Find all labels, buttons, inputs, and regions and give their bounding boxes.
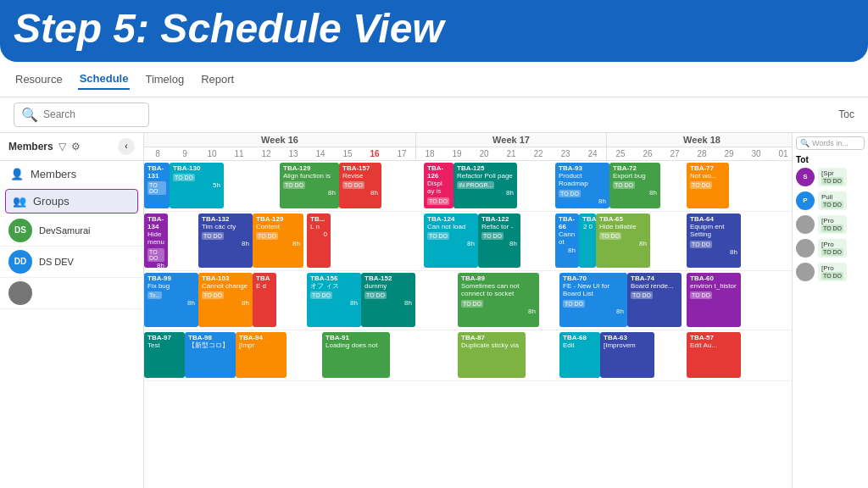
right-card-0[interactable]: [Spr TO DO: [818, 168, 847, 186]
task-TBA-126[interactable]: TBA-126 Displ ay is TO DO: [424, 163, 453, 208]
task-TBA-132[interactable]: TBA-132 Tim các cty TO DO 8h: [198, 214, 253, 268]
task-TBA-65[interactable]: TBA-65 Hide billable TO DO 8h: [596, 214, 650, 268]
day-26: 26: [634, 147, 661, 160]
right-panel: 🔍 Words in... Tot S [Spr TO DO P Pull TO…: [792, 133, 868, 488]
task-TBA-125[interactable]: TBA-125 Refactor Poll page IN PROGR... 8…: [453, 163, 517, 208]
week-18-label: Week 18: [607, 133, 792, 147]
right-panel-search[interactable]: 🔍 Words in...: [796, 136, 865, 150]
task-TBA-124[interactable]: TBA-124 Can not load TO DO 8h: [424, 214, 478, 268]
sidebar-item-members[interactable]: 👤 Members: [0, 161, 143, 187]
day-19: 19: [443, 147, 470, 160]
tab-schedule[interactable]: Schedule: [78, 69, 131, 90]
avatar-user3: [8, 281, 32, 305]
task-TBA-129[interactable]: TBA-129 Align function is TO DO 8h: [280, 163, 339, 208]
right-card-status-1: TO DO: [821, 201, 843, 208]
task-TBA-98[interactable]: TBA-98 【新型コロ】: [185, 332, 236, 378]
task-TBA-77[interactable]: TBA-77 Not wo... TO DO: [687, 163, 729, 208]
task-TBA-130[interactable]: TBA-130 TO DO 5h: [170, 163, 224, 208]
task-TBA-99[interactable]: TBA-99 Fix bug To... 8h: [144, 273, 198, 327]
task-TBA-131[interactable]: TBA-131 TO DO: [144, 163, 170, 208]
right-avatar-3: [796, 239, 815, 258]
toc-button[interactable]: Toc: [838, 108, 854, 120]
sidebar-title: Members: [8, 141, 53, 152]
task-TBA-60[interactable]: TBA-60 environ t_histor TO DO: [687, 273, 741, 327]
right-panel-item-3: [Pro TO DO: [796, 239, 865, 258]
groups-label: Groups: [33, 195, 70, 208]
right-card-2[interactable]: [Pro TO DO: [818, 215, 847, 234]
avatar-dsdev: DD: [8, 250, 32, 274]
task-TBA-66[interactable]: TBA-66 Cann ot 8h: [555, 214, 579, 268]
toolbar: 🔍 Toc: [0, 97, 868, 133]
right-panel-item-0: S [Spr TO DO: [796, 168, 865, 186]
collapse-button[interactable]: ‹: [118, 138, 135, 155]
task-TBA-74[interactable]: TBA-74 Board rende... TO DO: [627, 273, 682, 327]
task-TBA-72[interactable]: TBA-72 Export bug TO DO 8h: [609, 163, 660, 208]
left-sidebar: Members ▽ ⚙ ‹ 👤 Members 👥 Groups DS DevS…: [0, 133, 144, 488]
week-18-days: 25 26 27 28 29 30 01: [607, 147, 792, 160]
task-TBA-152[interactable]: TBA-152 dummy TO DO 8h: [361, 273, 415, 327]
search-box[interactable]: 🔍: [14, 103, 149, 127]
right-card-label-4: [Pro: [821, 264, 843, 272]
sidebar-header: Members ▽ ⚙ ‹: [0, 133, 143, 161]
calendar-body: TBA-131 TO DO TBA-130 TO DO 5h TBA-129 A…: [144, 161, 792, 381]
day-13: 13: [280, 147, 307, 160]
calendar-area[interactable]: Week 16 8 9 10 11 12 13 14 15 16 17 Week…: [144, 133, 792, 488]
task-TBA-129b[interactable]: TBA-129 Content TO DO 8h: [253, 214, 303, 268]
task-TBA-91[interactable]: TBA-91 Loading does not: [322, 332, 390, 378]
main-layout: Members ▽ ⚙ ‹ 👤 Members 👥 Groups DS DevS…: [0, 133, 868, 488]
task-TBA-68[interactable]: TBA-68 Edit: [559, 332, 600, 378]
right-card-status-4: TO DO: [821, 272, 843, 280]
task-TBA-156[interactable]: TBA-156 オフ ィス TO DO 8h: [307, 273, 361, 327]
tab-resource[interactable]: Resource: [14, 69, 64, 89]
day-01: 01: [770, 147, 792, 160]
search-input[interactable]: [43, 108, 145, 120]
right-search-placeholder: Words in...: [812, 139, 849, 147]
week-16-days: 8 9 10 11 12 13 14 15 16 17: [144, 147, 415, 160]
settings-icon[interactable]: ⚙: [71, 141, 81, 152]
week-17-label: Week 17: [416, 133, 606, 147]
task-TBA-93[interactable]: TBA-93 Product Roadmap TO DO 8h: [555, 163, 609, 208]
day-30: 30: [743, 147, 770, 160]
member-label-dsdev: DS DEV: [39, 257, 74, 267]
member-row-dsdev: DD DS DEV: [0, 247, 143, 278]
tab-timelog[interactable]: Timelog: [143, 69, 186, 89]
members-label: Members: [31, 168, 76, 180]
tab-report[interactable]: Report: [199, 69, 236, 89]
member-row-devsamurai: DS DevSamurai: [0, 215, 143, 247]
right-avatar-2: [796, 215, 815, 234]
task-TBA-63[interactable]: TBA-63 [Improvem: [600, 332, 654, 378]
calendar-row-dsdev: TBA-99 Fix bug To... 8h TBA-103 Cannot c…: [144, 271, 792, 330]
task-TBA-87[interactable]: TBA-87 Duplicate sticky via: [458, 332, 526, 378]
calendar-row-4: TBA-97 Test TBA-98 【新型コロ】 TBA-94 [Impr T…: [144, 330, 792, 381]
right-card-3[interactable]: [Pro TO DO: [818, 239, 847, 258]
day-27: 27: [661, 147, 688, 160]
task-TBA-122[interactable]: TBA-122 Refac tor - TO DO 8h: [478, 214, 520, 268]
task-TBA-sm[interactable]: TB... L n 0: [307, 214, 331, 268]
right-card-label-0: [Spr: [821, 169, 843, 177]
right-panel-title: Tot: [796, 155, 865, 164]
right-card-status-2: TO DO: [821, 225, 843, 232]
task-TBA-64[interactable]: TBA-64 Equipm ent Setting TO DO 8h: [687, 214, 741, 268]
nav-bar: Resource Schedule Timelog Report: [0, 62, 868, 97]
task-TBA-70[interactable]: TBA-70 FE - New UI for Board List TO DO …: [559, 273, 627, 327]
right-card-4[interactable]: [Pro TO DO: [818, 263, 847, 281]
task-TBA-103[interactable]: TBA-103 Cannot change TO DO 8h: [198, 273, 253, 327]
sidebar-item-groups[interactable]: 👥 Groups: [5, 189, 138, 214]
task-TBA-89[interactable]: TBA-89 Sometimes can not connect to sock…: [458, 273, 539, 327]
day-17: 17: [388, 147, 415, 160]
task-TBA-94[interactable]: TBA-94 [Impr: [236, 332, 287, 378]
right-card-1[interactable]: Pull TO DO: [818, 191, 847, 210]
task-TBA-tb[interactable]: TBA E d: [253, 273, 276, 327]
day-16: 16: [361, 147, 388, 160]
day-14: 14: [307, 147, 334, 160]
task-TBA-157[interactable]: TBA-157 Revise TO DO 8h: [339, 163, 381, 208]
filter-icon[interactable]: ▽: [58, 141, 66, 152]
task-TBA-sm2[interactable]: TBA 2 0: [579, 214, 596, 268]
task-TBA-97[interactable]: TBA-97 Test: [144, 332, 185, 378]
right-card-status-3: TO DO: [821, 248, 843, 256]
task-TBA-57[interactable]: TBA-57 Edit Au...: [687, 332, 741, 378]
page-title: Step 5: Schedule View: [14, 7, 854, 52]
task-TBA-134[interactable]: TBA-134 Hide menu TO DO 8h: [144, 214, 168, 268]
day-21: 21: [498, 147, 525, 160]
search-icon: 🔍: [21, 107, 38, 123]
